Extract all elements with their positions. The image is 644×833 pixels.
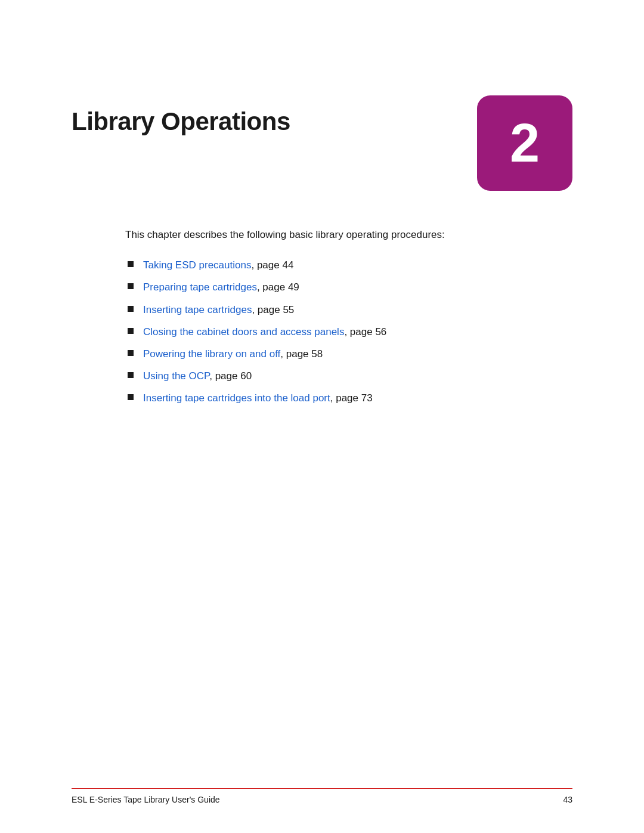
list-item-content: Closing the cabinet doors and access pan…	[143, 324, 386, 340]
bullet-icon	[125, 259, 136, 270]
page: Library Operations 2 This chapter descri…	[0, 0, 644, 833]
content-area: This chapter describes the following bas…	[0, 227, 644, 407]
link-using-ocp[interactable]: Using the OCP	[143, 370, 209, 382]
footer: ESL E-Series Tape Library User's Guide 4…	[72, 788, 572, 804]
suffix-7: , page 73	[330, 392, 373, 404]
chapter-number: 2	[510, 116, 540, 170]
list-item-content: Powering the library on and off, page 58	[143, 346, 323, 362]
bullet-square	[128, 283, 134, 289]
bullet-square	[128, 350, 134, 356]
list-item: Taking ESD precautions, page 44	[125, 257, 572, 273]
list-item-content: Preparing tape cartridges, page 49	[143, 279, 299, 295]
list-item: Preparing tape cartridges, page 49	[125, 279, 572, 295]
list-item: Powering the library on and off, page 58	[125, 346, 572, 362]
bullet-square	[128, 372, 134, 378]
link-preparing-tape[interactable]: Preparing tape cartridges	[143, 281, 257, 293]
suffix-6: , page 60	[209, 370, 252, 382]
footer-left-text: ESL E-Series Tape Library User's Guide	[72, 795, 220, 804]
link-closing-cabinet[interactable]: Closing the cabinet doors and access pan…	[143, 326, 344, 337]
bullet-icon	[125, 304, 136, 314]
list-item-content: Taking ESD precautions, page 44	[143, 257, 293, 273]
bullet-icon	[125, 281, 136, 292]
list-item-content: Inserting tape cartridges into the load …	[143, 390, 373, 406]
list-item: Inserting tape cartridges, page 55	[125, 302, 572, 318]
list-item-content: Inserting tape cartridges, page 55	[143, 302, 294, 318]
bullet-icon	[125, 392, 136, 402]
link-inserting-load-port[interactable]: Inserting tape cartridges into the load …	[143, 392, 330, 404]
bullet-icon	[125, 370, 136, 380]
suffix-2: , page 49	[257, 281, 299, 293]
intro-text: This chapter describes the following bas…	[125, 227, 572, 243]
list-item: Inserting tape cartridges into the load …	[125, 390, 572, 406]
link-powering-library[interactable]: Powering the library on and off	[143, 348, 280, 360]
bullet-square	[128, 328, 134, 334]
chapter-title: Library Operations	[72, 95, 290, 136]
bullet-list: Taking ESD precautions, page 44 Preparin…	[125, 257, 572, 406]
bullet-square	[128, 394, 134, 400]
bullet-square	[128, 306, 134, 312]
bullet-square	[128, 261, 134, 267]
link-inserting-tape[interactable]: Inserting tape cartridges	[143, 304, 252, 315]
chapter-badge: 2	[477, 95, 572, 191]
suffix-5: , page 58	[280, 348, 323, 360]
list-item-content: Using the OCP, page 60	[143, 368, 252, 384]
link-taking-esd[interactable]: Taking ESD precautions	[143, 259, 251, 271]
suffix-1: , page 44	[251, 259, 293, 271]
bullet-icon	[125, 348, 136, 358]
list-item: Closing the cabinet doors and access pan…	[125, 324, 572, 340]
list-item: Using the OCP, page 60	[125, 368, 572, 384]
header-area: Library Operations 2	[0, 0, 644, 191]
footer-page-number: 43	[563, 795, 572, 804]
suffix-4: , page 56	[344, 326, 386, 337]
bullet-icon	[125, 326, 136, 336]
suffix-3: , page 55	[252, 304, 294, 315]
